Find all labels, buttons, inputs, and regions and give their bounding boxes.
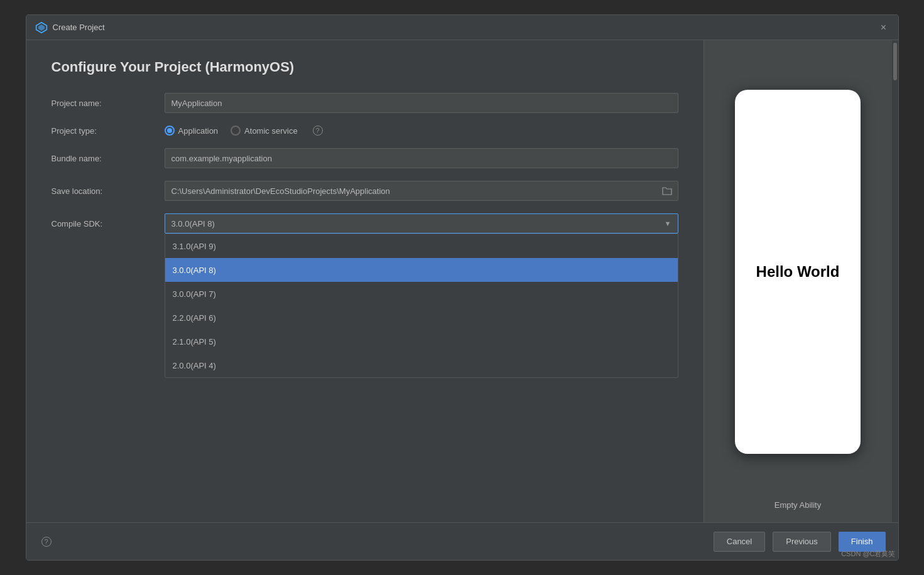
preview-label: Empty Ability <box>775 500 821 510</box>
project-name-input[interactable] <box>165 93 678 113</box>
bundle-name-row: Bundle name: <box>52 148 678 168</box>
title-bar: Create Project × <box>26 15 898 40</box>
previous-button[interactable]: Previous <box>773 532 831 552</box>
project-type-row: Project type: Application Atomic service… <box>52 126 678 136</box>
left-panel: Configure Your Project (HarmonyOS) Proje… <box>26 40 704 522</box>
radio-application[interactable]: Application <box>165 126 219 136</box>
compile-sdk-dropdown-list: 3.1.0(API 9) 3.0.0(API 8) 3.0.0(API 7) 2… <box>165 234 678 378</box>
cancel-button[interactable]: Cancel <box>714 532 765 552</box>
dropdown-item-1[interactable]: 3.0.0(API 8) <box>165 258 678 282</box>
close-button[interactable]: × <box>878 22 889 33</box>
compile-sdk-dropdown[interactable]: 3.0.0(API 8) ▼ 3.1.0(API 9) 3.0.0(API 8)… <box>165 213 678 234</box>
project-type-label: Project type: <box>52 126 165 136</box>
save-location-input[interactable] <box>165 181 657 201</box>
dropdown-item-5[interactable]: 2.0.0(API 4) <box>165 353 678 377</box>
svg-marker-1 <box>38 24 45 31</box>
project-name-row: Project name: <box>52 93 678 113</box>
page-title: Configure Your Project (HarmonyOS) <box>52 59 678 75</box>
dropdown-item-0[interactable]: 3.1.0(API 9) <box>165 234 678 258</box>
watermark: CSDN @C君莫笑 <box>841 549 895 559</box>
finish-button[interactable]: Finish <box>839 532 886 552</box>
preview-container: Hello World <box>714 53 883 490</box>
dialog-footer: ? Cancel Previous Finish <box>26 522 898 560</box>
folder-icon <box>662 186 672 195</box>
footer-right: Cancel Previous Finish <box>714 532 886 552</box>
bundle-name-label: Bundle name: <box>52 154 165 163</box>
bundle-name-input[interactable] <box>165 148 678 168</box>
compile-sdk-value: 3.0.0(API 8) <box>171 219 215 228</box>
scrollbar-thumb[interactable] <box>893 43 897 80</box>
footer-help-icon[interactable]: ? <box>41 537 52 547</box>
compile-sdk-selected[interactable]: 3.0.0(API 8) ▼ <box>165 213 678 234</box>
save-location-row: Save location: <box>52 181 678 201</box>
save-location-input-group <box>165 181 678 201</box>
radio-application-circle <box>165 126 175 136</box>
dropdown-item-4[interactable]: 2.1.0(API 5) <box>165 330 678 353</box>
dropdown-item-2[interactable]: 3.0.0(API 7) <box>165 282 678 306</box>
radio-atomic-service[interactable]: Atomic service <box>231 126 298 136</box>
save-location-label: Save location: <box>52 186 165 196</box>
project-type-help-icon[interactable]: ? <box>313 126 323 136</box>
project-type-radio-group: Application Atomic service ? <box>165 126 323 136</box>
right-panel: Hello World Empty Ability <box>704 40 892 522</box>
create-project-dialog: Create Project × Configure Your Project … <box>26 14 899 561</box>
radio-atomic-service-circle <box>231 126 241 136</box>
compile-sdk-label: Compile SDK: <box>52 219 165 228</box>
dialog-title: Create Project <box>53 23 105 32</box>
phone-preview: Hello World <box>735 90 861 454</box>
hello-world-text: Hello World <box>756 263 840 281</box>
project-name-label: Project name: <box>52 99 165 108</box>
scrollbar-track[interactable] <box>892 40 898 522</box>
dropdown-arrow-icon: ▼ <box>665 220 671 227</box>
app-logo-icon <box>35 21 48 34</box>
right-section: Hello World Empty Ability <box>704 40 898 522</box>
dropdown-item-3[interactable]: 2.2.0(API 6) <box>165 306 678 330</box>
compile-sdk-row: Compile SDK: 3.0.0(API 8) ▼ 3.1.0(API 9)… <box>52 213 678 234</box>
browse-folder-button[interactable] <box>657 181 678 201</box>
radio-application-label: Application <box>178 126 219 136</box>
dialog-body: Configure Your Project (HarmonyOS) Proje… <box>26 40 898 522</box>
footer-left: ? <box>39 537 52 547</box>
radio-atomic-service-label: Atomic service <box>244 126 298 136</box>
title-bar-left: Create Project <box>35 21 105 34</box>
